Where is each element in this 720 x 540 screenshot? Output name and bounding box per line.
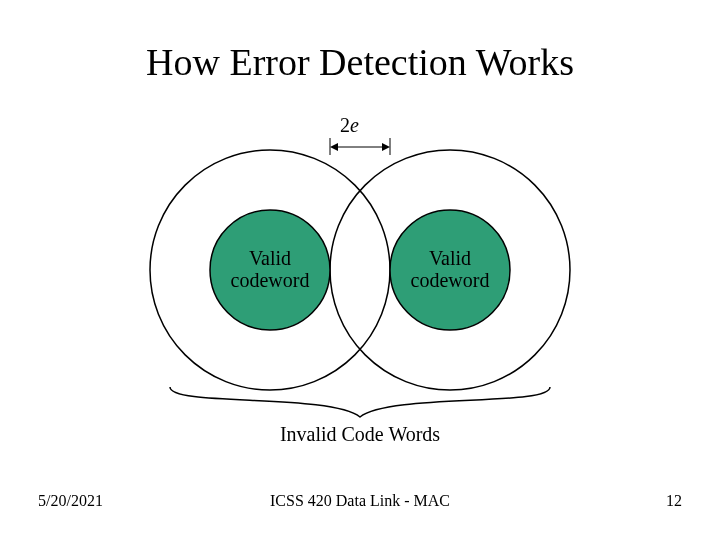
- left-codeword-label-line2: codeword: [231, 269, 310, 291]
- footer-page-number: 12: [666, 492, 682, 510]
- slide-title: How Error Detection Works: [0, 40, 720, 84]
- distance-var: e: [350, 114, 359, 136]
- distance-coeff: 2: [340, 114, 350, 136]
- brace-icon: [130, 385, 590, 425]
- left-codeword-label-line1: Valid: [249, 247, 291, 269]
- footer-course: ICSS 420 Data Link - MAC: [0, 492, 720, 510]
- invalid-codewords-label: Invalid Code Words: [0, 423, 720, 446]
- right-codeword-label-line1: Valid: [429, 247, 471, 269]
- distance-label: 2e: [340, 114, 359, 137]
- dimension-arrow-right: [382, 143, 390, 151]
- dimension-arrow-left: [330, 143, 338, 151]
- slide: How Error Detection Works 2e Valid codew…: [0, 0, 720, 540]
- venn-diagram: Valid codeword Valid codeword: [130, 135, 590, 395]
- right-codeword-label-line2: codeword: [411, 269, 490, 291]
